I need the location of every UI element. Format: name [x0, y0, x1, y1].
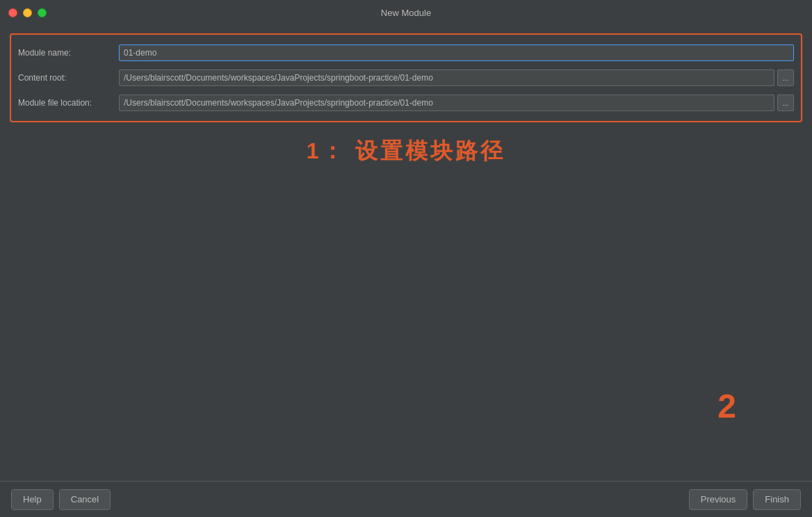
content-root-input[interactable] — [119, 69, 774, 86]
module-file-input[interactable] — [119, 95, 774, 111]
module-name-row: Module name: — [11, 40, 801, 65]
main-content-area: 2 — [10, 167, 802, 473]
module-name-input-wrapper — [119, 44, 794, 61]
cancel-button[interactable]: Cancel — [59, 489, 111, 510]
close-button[interactable] — [8, 8, 17, 17]
content-root-row: Content root: ... — [11, 65, 801, 90]
title-bar: New Module — [0, 0, 812, 25]
window-title: New Module — [381, 8, 431, 18]
module-file-browse-button[interactable]: ... — [777, 95, 794, 111]
bottom-bar: Help Cancel Previous Finish — [0, 481, 812, 517]
minimize-button[interactable] — [23, 8, 32, 17]
content-root-label: Content root: — [18, 73, 119, 83]
content-area: Module name: Content root: ... Module fi… — [0, 25, 812, 481]
previous-button[interactable]: Previous — [689, 489, 748, 510]
form-section: Module name: Content root: ... Module fi… — [10, 33, 802, 122]
annotation-number: 2 — [717, 387, 736, 425]
content-root-browse-button[interactable]: ... — [777, 69, 794, 86]
module-name-label: Module name: — [18, 48, 119, 58]
module-file-label: Module file location: — [18, 98, 119, 108]
module-file-input-wrapper: ... — [119, 95, 794, 111]
help-button[interactable]: Help — [11, 489, 54, 510]
new-module-dialog: New Module Module name: Content root: ..… — [0, 0, 812, 517]
module-file-row: Module file location: ... — [11, 90, 801, 115]
module-name-input[interactable] — [119, 44, 794, 61]
content-root-input-wrapper: ... — [119, 69, 794, 86]
browse-icon: ... — [782, 74, 788, 82]
maximize-button[interactable] — [38, 8, 47, 17]
browse-icon-2: ... — [782, 99, 788, 107]
bottom-right-buttons: Previous Finish — [689, 489, 801, 510]
traffic-lights — [8, 8, 47, 17]
bottom-left-buttons: Help Cancel — [11, 489, 111, 510]
finish-button[interactable]: Finish — [753, 489, 801, 510]
annotation-text: 1： 设置模块路径 — [10, 136, 802, 167]
